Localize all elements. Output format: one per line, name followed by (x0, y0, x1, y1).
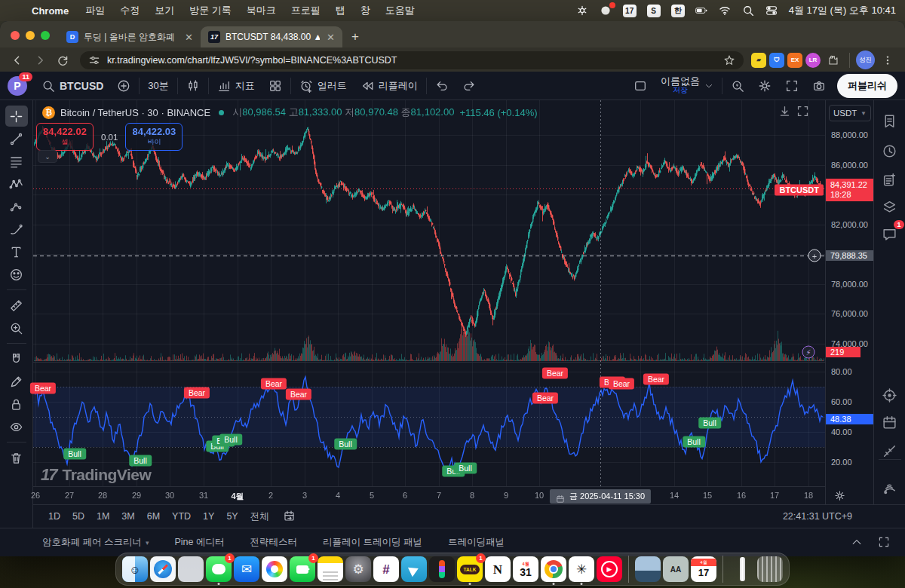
statusbar-item[interactable]: 리플레이 트레이딩 패널 (323, 536, 422, 549)
range-YTD[interactable]: YTD (167, 508, 196, 525)
layout-select-button[interactable] (627, 72, 654, 100)
range-1D[interactable]: 1D (43, 508, 66, 525)
back-icon[interactable] (8, 51, 27, 70)
time-axis[interactable]: 2627282930314월2345678910131415161718 금 2… (33, 486, 825, 504)
replay-button[interactable]: 리플레이 (354, 72, 425, 100)
menu-item-창[interactable]: 창 (353, 5, 378, 16)
chart-legend[interactable]: ₿ Bitcoin / TetherUS · 30 · BINANCE 시80,… (42, 106, 538, 119)
dock-safari-icon[interactable] (150, 556, 176, 582)
wifi-icon[interactable] (719, 5, 732, 17)
lock-tool-icon[interactable] (5, 394, 28, 415)
chat-sidebar-icon[interactable]: 1 (880, 224, 900, 243)
menu-item-파일[interactable]: 파일 (78, 5, 112, 16)
symbol-search-button[interactable]: BTCUSD (35, 72, 110, 100)
dock-notes-icon[interactable] (318, 556, 343, 582)
address-bar[interactable]: kr.tradingview.com/chart/lfzJW5Vl/?symbo… (80, 51, 744, 69)
layout-name-button[interactable]: 이름없음저장 (654, 72, 720, 100)
close-tab-icon[interactable]: ✕ (183, 32, 195, 43)
go-to-realtime-icon[interactable] (778, 105, 792, 118)
trash-tool-icon[interactable] (5, 447, 28, 468)
dock-preview-icon[interactable] (635, 556, 661, 582)
close-window-button[interactable] (11, 31, 20, 40)
dock-chatgpt-icon[interactable]: ✳ (569, 556, 594, 582)
statusbar-item[interactable]: 트레이딩패널 (448, 536, 505, 549)
extension-icon-2[interactable]: 🛡 (769, 53, 784, 68)
sell-button[interactable]: 84,422.02셀 (36, 123, 94, 151)
buy-button[interactable]: 84,422.03바이 (125, 123, 183, 151)
brush-tool-icon[interactable] (5, 219, 28, 240)
price-axis[interactable]: USDT▼ 88,000.0086,000.0082,000.0078,000.… (825, 100, 873, 556)
close-tab-icon[interactable]: ✕ (325, 32, 336, 43)
crosshair-tool-icon[interactable] (5, 106, 28, 127)
calendar-sidebar-icon[interactable] (880, 412, 900, 432)
range-1M[interactable]: 1M (91, 508, 115, 525)
alert-price-label[interactable]: 79,888.35 (826, 250, 874, 261)
alert-plus-marker[interactable]: + (808, 250, 821, 262)
statusbar-item[interactable]: 암호화폐 페어 스크리너▾ (42, 536, 149, 549)
chart-style-button[interactable] (179, 72, 207, 100)
chatgpt-menubar-icon[interactable] (576, 5, 589, 17)
menu-item-수정[interactable]: 수정 (112, 5, 147, 16)
pattern-tool-icon[interactable] (5, 173, 28, 194)
eye-tool-icon[interactable] (5, 416, 28, 437)
dock-finder-icon[interactable]: ☺ (122, 556, 148, 582)
menu-item-북마크[interactable]: 북마크 (239, 5, 284, 16)
dock-calendar17-icon[interactable]: 4월17 (691, 556, 716, 582)
dock-fontbook-icon[interactable]: AA (663, 556, 689, 582)
menu-item-프로필[interactable]: 프로필 (284, 5, 328, 16)
go-to-date-icon[interactable] (283, 510, 296, 523)
scope-sidebar-icon[interactable] (880, 385, 900, 405)
dock-figma-icon[interactable] (429, 556, 455, 582)
dock-kakaotalk-icon[interactable]: TALK1 (457, 556, 483, 582)
range-5Y[interactable]: 5Y (221, 508, 243, 525)
spotlight-search-icon[interactable] (742, 5, 755, 17)
dock-notion-icon[interactable]: N (485, 556, 511, 582)
templates-button[interactable] (262, 72, 289, 100)
range-전체[interactable]: 전체 (245, 508, 275, 525)
dock-chrome-icon[interactable] (541, 556, 566, 582)
tab-tradingview-active[interactable]: 17 BTCUSDT 84,438.00 ▲ +0.4 ✕ (201, 26, 342, 47)
menu-item-보기[interactable]: 보기 (147, 5, 182, 16)
dock-calendar-icon[interactable]: 4월31 (513, 556, 538, 582)
noteplus-sidebar-icon[interactable] (880, 170, 900, 189)
text-tool-icon[interactable] (5, 241, 28, 262)
fib-tool-icon[interactable] (5, 151, 28, 172)
compare-symbol-button[interactable] (110, 72, 137, 100)
dock-bar-icon[interactable] (729, 556, 755, 582)
extensions-puzzle-icon[interactable] (824, 51, 843, 70)
range-3M[interactable]: 3M (116, 508, 140, 525)
watchlist-sidebar-icon[interactable] (880, 111, 900, 130)
forecast-tool-icon[interactable] (5, 196, 28, 217)
trendline-tool-icon[interactable] (5, 128, 28, 149)
fullscreen-button[interactable] (778, 72, 805, 100)
chart-settings-button[interactable] (751, 72, 778, 100)
maximize-pane-icon[interactable] (796, 105, 810, 118)
dock-mail-icon[interactable]: ✉ (234, 556, 259, 582)
currency-dropdown[interactable]: USDT▼ (829, 105, 871, 121)
forward-icon[interactable] (30, 51, 50, 70)
clock-sidebar-icon[interactable] (880, 141, 900, 161)
dock-telegram-icon[interactable] (401, 556, 427, 582)
layers-sidebar-icon[interactable] (880, 197, 900, 216)
extension-icon-1[interactable]: ▰ (751, 53, 766, 68)
site-settings-icon[interactable] (87, 51, 101, 70)
profile-avatar[interactable]: 성진 (856, 51, 875, 69)
extension-icon-4[interactable]: LR (805, 53, 821, 68)
notification-app-icon[interactable] (600, 5, 612, 17)
alert-button[interactable]: 얼러트 (293, 72, 354, 100)
new-tab-button[interactable]: + (342, 29, 368, 47)
legend-title[interactable]: Bitcoin / TetherUS · 30 · BINANCE (60, 107, 210, 118)
zoom-window-button[interactable] (41, 31, 50, 40)
menu-item-탭[interactable]: 탭 (328, 5, 353, 16)
volume-flash-icon[interactable]: ⚡ (802, 346, 815, 359)
dock-settings-icon[interactable]: ⚙ (345, 556, 371, 582)
zoomin-tool-icon[interactable] (5, 317, 28, 338)
extension-icon-3[interactable]: EX (787, 53, 802, 68)
redo-button[interactable] (456, 72, 483, 100)
s-app-menubar-icon[interactable]: S (647, 5, 661, 17)
bookmark-star-icon[interactable] (722, 51, 736, 70)
publish-button[interactable]: 퍼블리쉬 (837, 74, 897, 98)
collapse-panel-button[interactable]: ⌄ (38, 150, 57, 163)
dock-trash-icon[interactable] (757, 556, 783, 582)
signal-sidebar-icon[interactable] (880, 477, 900, 497)
